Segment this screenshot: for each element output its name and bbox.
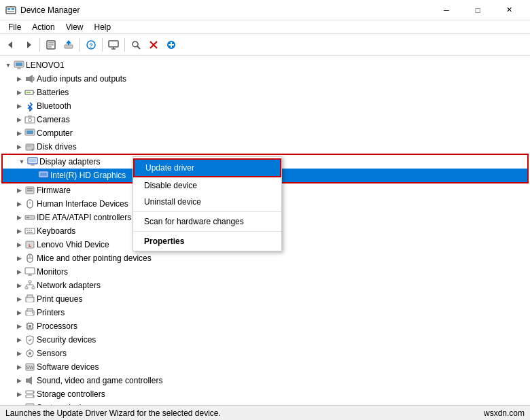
title-bar: Device Manager ─ □ ✕ xyxy=(0,0,530,20)
context-menu-properties[interactable]: Properties xyxy=(133,233,281,249)
network-toggle[interactable]: ▶ xyxy=(14,280,24,291)
software-devices-toggle[interactable]: ▶ xyxy=(14,362,24,372)
svg-rect-78 xyxy=(27,309,33,311)
tree-system[interactable]: ▶ System devices xyxy=(0,401,530,405)
printers-toggle[interactable]: ▶ xyxy=(14,307,24,318)
menu-view[interactable]: View xyxy=(60,21,89,33)
tree-monitors[interactable]: ▶ Monitors xyxy=(0,265,530,279)
lenovo-label: Lenovo Vhid Device xyxy=(37,240,109,249)
tree-audio[interactable]: ▶ Audio inputs and outputs xyxy=(0,72,530,86)
svg-rect-14 xyxy=(109,41,118,47)
tree-disk[interactable]: ▶ Disk drives xyxy=(0,140,530,154)
context-menu-uninstall-device[interactable]: Uninstall device xyxy=(133,194,281,210)
tree-network[interactable]: ▶ Network adapters xyxy=(0,279,530,292)
tree-computer[interactable]: ▶ Computer xyxy=(0,126,530,140)
storage-toggle[interactable]: ▶ xyxy=(14,389,24,400)
svg-rect-67 xyxy=(29,281,31,283)
toolbar-properties[interactable] xyxy=(43,37,59,53)
bluetooth-label: Bluetooth xyxy=(37,101,71,111)
context-menu-scan-hardware[interactable]: Scan for hardware changes xyxy=(133,213,281,230)
svg-rect-57 xyxy=(31,230,32,231)
toolbar-add[interactable] xyxy=(163,37,179,53)
batteries-toggle[interactable]: ▶ xyxy=(14,87,24,98)
sensors-toggle[interactable]: ▶ xyxy=(14,348,24,359)
svg-line-18 xyxy=(137,46,140,49)
svg-rect-68 xyxy=(25,287,28,289)
svg-point-17 xyxy=(132,41,138,47)
hid-toggle[interactable]: ▶ xyxy=(14,198,24,209)
tree-storage[interactable]: ▶ Storage controllers xyxy=(0,387,530,401)
cameras-toggle[interactable]: ▶ xyxy=(14,114,24,125)
computer-toggle[interactable]: ▶ xyxy=(14,128,24,139)
context-menu-sep2 xyxy=(133,231,281,232)
bluetooth-toggle[interactable]: ▶ xyxy=(14,101,24,111)
svg-rect-102 xyxy=(26,404,34,405)
network-label: Network adapters xyxy=(37,281,101,290)
svg-rect-79 xyxy=(27,313,33,315)
toolbar-back[interactable] xyxy=(3,37,19,53)
sound-label: Sound, video and game controllers xyxy=(37,376,162,385)
printers-label: Printers xyxy=(37,308,65,317)
tree-bluetooth[interactable]: ▶ Bluetooth xyxy=(0,99,530,113)
svg-marker-97 xyxy=(29,377,32,385)
tree-root[interactable]: ▼ LENOVO1 xyxy=(0,58,530,72)
ide-toggle[interactable]: ▶ xyxy=(14,212,24,223)
restore-button[interactable]: □ xyxy=(462,0,493,20)
svg-rect-49 xyxy=(27,190,33,192)
toolbar-forward[interactable] xyxy=(20,37,37,53)
toolbar-scan[interactable] xyxy=(128,37,144,53)
svg-text:?: ? xyxy=(89,42,93,49)
tree-print-queues[interactable]: ▶ Print queues xyxy=(0,292,530,306)
intel-toggle xyxy=(27,170,38,181)
system-icon xyxy=(24,402,35,405)
minimize-button[interactable]: ─ xyxy=(431,0,462,20)
disk-toggle[interactable]: ▶ xyxy=(14,141,24,152)
tree-batteries[interactable]: ▶ Batteries xyxy=(0,86,530,99)
firmware-toggle[interactable]: ▶ xyxy=(14,185,24,196)
monitors-icon xyxy=(24,266,35,277)
software-devices-label: Software devices xyxy=(37,362,99,372)
context-menu-update-driver[interactable]: Update driver xyxy=(133,158,281,177)
tree-sound[interactable]: ▶ Sound, video and game controllers xyxy=(0,374,530,387)
svg-point-101 xyxy=(33,396,34,397)
toolbar-monitor[interactable] xyxy=(105,37,122,53)
context-menu: Update driver Disable device Uninstall d… xyxy=(132,156,282,251)
audio-toggle[interactable]: ▶ xyxy=(14,73,24,84)
svg-rect-56 xyxy=(29,230,30,231)
context-menu-disable-device[interactable]: Disable device xyxy=(133,177,281,194)
svg-rect-25 xyxy=(16,63,22,66)
tree-mice[interactable]: ▶ Mice and other pointing devices xyxy=(0,251,530,265)
menu-file[interactable]: File xyxy=(3,21,26,33)
main-content: ▼ LENOVO1 ▶ Audio xyxy=(0,56,530,405)
toolbar-help[interactable]: ? xyxy=(83,37,99,53)
lenovo-toggle[interactable]: ▶ xyxy=(14,239,24,250)
menu-action[interactable]: Action xyxy=(26,21,60,33)
storage-icon xyxy=(24,389,35,400)
processors-toggle[interactable]: ▶ xyxy=(14,321,24,332)
firmware-label: Firmware xyxy=(37,186,71,195)
toolbar-update-driver[interactable] xyxy=(60,37,77,53)
printers-icon xyxy=(24,307,35,318)
root-toggle[interactable]: ▼ xyxy=(3,60,14,71)
close-button[interactable]: ✕ xyxy=(493,0,525,20)
menu-help[interactable]: Help xyxy=(89,21,117,33)
tree-security[interactable]: ▶ Security devices xyxy=(0,333,530,347)
tree-printers[interactable]: ▶ Printers xyxy=(0,306,530,319)
sound-toggle[interactable]: ▶ xyxy=(14,375,24,386)
tree-software-devices[interactable]: ▶ SW Software devices xyxy=(0,360,530,374)
mice-toggle[interactable]: ▶ xyxy=(14,253,24,264)
print-queues-toggle[interactable]: ▶ xyxy=(14,294,24,304)
system-toggle[interactable]: ▶ xyxy=(14,402,24,405)
display-toggle[interactable]: ▼ xyxy=(16,156,27,167)
tree-processors[interactable]: ▶ Processors xyxy=(0,319,530,333)
tree-cameras[interactable]: ▶ Cameras xyxy=(0,113,530,126)
toolbar-uninstall[interactable] xyxy=(145,37,162,53)
svg-rect-46 xyxy=(40,173,47,176)
monitors-toggle[interactable]: ▶ xyxy=(14,266,24,277)
audio-label: Audio inputs and outputs xyxy=(37,74,126,84)
monitors-label: Monitors xyxy=(37,267,68,277)
security-toggle[interactable]: ▶ xyxy=(14,334,24,345)
keyboards-toggle[interactable]: ▶ xyxy=(14,226,24,237)
tree-sensors[interactable]: ▶ Sensors xyxy=(0,347,530,360)
svg-rect-10 xyxy=(65,45,73,48)
